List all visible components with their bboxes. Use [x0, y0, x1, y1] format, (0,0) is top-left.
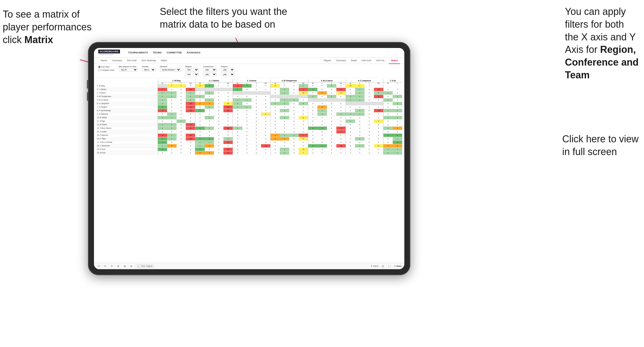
row-label: 6. C Lamprecht [96, 102, 158, 105]
tab-summary-right[interactable]: Summary [334, 57, 348, 64]
tab-h2h-heatmap[interactable]: H2H Heatmap [139, 57, 158, 64]
matrix-cell: 0 [374, 140, 383, 144]
watch-btn[interactable]: 👁 Watch [371, 265, 379, 267]
zoom-btn[interactable]: ⊕ [129, 264, 134, 268]
filter-conf-select-2[interactable]: (All) [203, 73, 217, 76]
matrix-cell: 0 [346, 91, 355, 95]
matrix-cell: 0 [186, 112, 195, 116]
filter-conf-label: Conference [203, 66, 217, 68]
tab-h2h-grid-right[interactable]: H2H Grid [359, 57, 373, 64]
matrix-cell: 0 [346, 105, 355, 109]
matrix-cell: 1 [233, 105, 242, 109]
matrix-cell: 3 [280, 137, 289, 140]
undo-btn[interactable]: ↺ [97, 264, 101, 268]
radio-compact-view[interactable]: Compact View [98, 69, 114, 71]
tab-players[interactable]: Players [321, 57, 333, 64]
nav-committee[interactable]: COMMITTEE [167, 51, 182, 54]
matrix-cell: 0 [214, 119, 223, 123]
refresh-btn[interactable]: ⟳ [110, 264, 114, 268]
matrix-cell: 0 [355, 84, 365, 88]
matrix-cell: 2 [365, 84, 374, 88]
radio-full-view-label: Full View [101, 66, 109, 68]
matrix-cell: 0 [177, 140, 186, 144]
matrix-cell: 0 [271, 119, 280, 123]
matrix-cell: 0 [271, 88, 280, 91]
settings-btn[interactable]: ⚙ [116, 264, 121, 268]
nav-teams[interactable]: TEAMS [153, 51, 162, 54]
view-label[interactable]: ⬜ View: Original [136, 265, 154, 268]
filter-max-select[interactable]: Top 25 [119, 68, 138, 72]
matrix-cell: 0 [252, 151, 261, 155]
filter-conf-select-1[interactable]: (All) [203, 68, 217, 72]
toolbar-right: 👁 Watch ⊟ ⛶ ↗ Share [371, 264, 402, 268]
matrix-cell: 1 [205, 84, 214, 88]
empty-corner [96, 79, 158, 82]
tab-detail[interactable]: Detail [349, 57, 359, 64]
matrix-cell: 0 [299, 144, 308, 147]
matrix-cell: 1 [308, 88, 318, 91]
matrix-cell: 0 [355, 116, 365, 119]
matrix-cell [214, 88, 223, 91]
matrix-cell: 2 [158, 95, 167, 98]
filter-region-select-2[interactable]: N/A [185, 73, 199, 76]
tab-matrix-left[interactable]: Matrix [159, 57, 169, 64]
matrix-cell: 0 [346, 126, 355, 130]
matrix-cell: 0 [223, 91, 233, 95]
matrix-cell: 0 [223, 133, 233, 137]
matrix-cell: 0 [271, 98, 280, 102]
matrix-cell: 0 [186, 147, 195, 151]
matrix-cell: 6 [299, 102, 308, 105]
matrix-area: 1. W Ding 2. L Clanton 3. J Koivun 4. M … [94, 78, 404, 259]
tab-summary-left[interactable]: Summary [110, 57, 124, 64]
matrix-cell: 0 [289, 105, 299, 109]
nav-rankings[interactable]: RANKINGS [187, 51, 200, 54]
filter-gender-select[interactable]: Men's [142, 68, 155, 72]
tab-teams[interactable]: Teams [98, 57, 109, 64]
filter-players-select-2[interactable]: (All) [221, 73, 235, 76]
matrix-cell: 0 [317, 130, 327, 133]
matrix-cell: 0 [346, 130, 355, 133]
ann-line1: To see a matrix of [3, 9, 80, 20]
matrix-cell: 0 [186, 130, 195, 133]
matrix-cell: 1 [158, 144, 167, 147]
filter-region-select-1[interactable]: N/A [185, 68, 199, 72]
matrix-cell: 0 [242, 102, 252, 105]
matrix-cell: 3 [186, 95, 195, 98]
matrix-cell: 0 [205, 147, 214, 151]
col-j-koivun: 3. J Koivun [233, 79, 271, 82]
matrix-cell: 0 [365, 91, 374, 95]
tab-h2h-grid-left[interactable]: H2H Grid [125, 57, 138, 64]
matrix-cell: 0 [308, 105, 318, 109]
layout-btn[interactable]: ⊟ [381, 264, 385, 268]
matrix-cell: 0 [252, 126, 261, 130]
fullscreen-btn[interactable]: ⛶ [387, 264, 392, 268]
share-button[interactable]: ↗ Share [394, 265, 402, 267]
matrix-cell: 0 [261, 102, 271, 105]
matrix-cell: 1 [317, 112, 327, 116]
redo-btn[interactable]: ↻ [103, 264, 108, 268]
tab-h2h-he[interactable]: H2H He... [374, 57, 388, 64]
matrix-cell: 0 [261, 84, 271, 88]
matrix-cell: 0 [186, 151, 195, 155]
matrix-cell: 4 [317, 91, 327, 95]
tab-matrix-active[interactable]: Matrix [389, 57, 400, 64]
matrix-cell: -16 [223, 109, 233, 112]
filter-division-select[interactable]: NCAA Division I [160, 68, 181, 72]
row-label: 3. J Koivun [96, 91, 158, 95]
grid-btn[interactable]: ⊞ [123, 264, 127, 268]
matrix-cell: 0 [374, 137, 383, 140]
matrix-cell: 0 [233, 144, 242, 147]
matrix-cell: 0 [177, 133, 186, 137]
filter-players-select-1[interactable]: (All) [221, 68, 235, 72]
matrix-cell: -11 [261, 144, 271, 147]
radio-full-view-dot [98, 66, 100, 68]
matrix-cell: 0 [271, 140, 280, 144]
matrix-cell [223, 88, 233, 91]
nav-tournaments[interactable]: TOURNAMENTS [128, 51, 148, 54]
matrix-cell: 17 [271, 84, 280, 88]
matrix-cell: -6 [336, 88, 346, 91]
matrix-cell: 0 [242, 144, 252, 147]
matrix-cell: 4 [205, 102, 214, 105]
radio-full-view[interactable]: Full View [98, 66, 114, 68]
matrix-cell [289, 95, 299, 98]
